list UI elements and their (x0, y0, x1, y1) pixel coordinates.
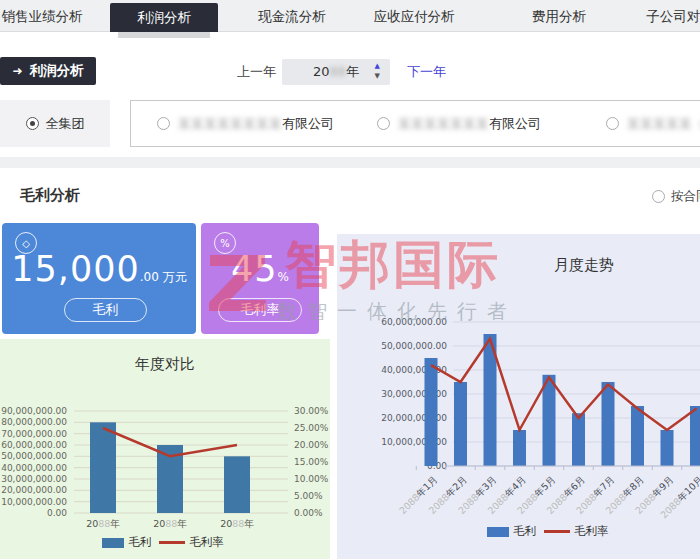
company-option-1[interactable]: 某某某某某某某有限公司 (377, 101, 541, 146)
monthly-bar-5[interactable] (572, 413, 585, 466)
y-left-tick-label: 50,000,000.00 (1, 451, 67, 461)
company-radio-2[interactable] (606, 117, 619, 130)
company-radio-1[interactable] (377, 117, 390, 130)
y-left-tick-label: 90,000,000.00 (1, 406, 67, 416)
nav-tab-0[interactable]: 销售业绩分析 (0, 0, 84, 32)
y-left-tick-label: 60,000,000.00 (381, 317, 447, 327)
monthly-bar-1[interactable] (454, 382, 467, 466)
monthly-bar-7[interactable] (631, 406, 644, 466)
company-filter-box: 某某某某某某某某有限公司某某某某某某某有限公司某某某某某（上海 (130, 100, 700, 147)
legend-label: 毛利 (128, 535, 151, 550)
year-select[interactable]: 2088年 ▲▼ (282, 59, 390, 85)
profit-analysis-dashboard: 销售业绩分析利润分析现金流分析应收应付分析费用分析子公司对比 ➜ 利润分析 上一… (0, 0, 700, 559)
legend-line-swatch (159, 541, 185, 544)
gross-margin-button[interactable]: 毛利率 (218, 298, 302, 322)
group-radio-label: 全集团 (46, 115, 85, 133)
year-value: 2088年 (313, 63, 359, 81)
monthly-bar-4[interactable] (543, 375, 556, 466)
y-right-tick-label: 10.00% (294, 474, 329, 484)
y-right-tick-label: 30.00% (294, 406, 329, 416)
group-filter[interactable]: 全集团 (0, 100, 110, 147)
kpi-card-gross-margin: % 45% 毛利率 (201, 223, 319, 334)
legend-bar-swatch (487, 527, 509, 537)
mode-radio-circle[interactable] (652, 190, 665, 203)
page-title: 毛利分析 (20, 186, 80, 205)
y-right-tick-label: 20.00% (294, 440, 329, 450)
active-tab-shadow (118, 32, 210, 38)
nav-tab-2[interactable]: 现金流分析 (246, 0, 338, 32)
company-option-2[interactable]: 某某某某某（上海 (606, 101, 700, 146)
monthly-bar-0[interactable] (425, 358, 438, 466)
legend-label: 毛利率 (189, 535, 224, 550)
section-badge-label: 利润分析 (30, 62, 84, 80)
nav-tab-4[interactable]: 费用分析 (517, 0, 601, 32)
gross-profit-value: 15,000.00 万元 (2, 249, 196, 289)
y-left-tick-label: 0.00 (47, 508, 67, 518)
gross-profit-button[interactable]: 毛利 (64, 298, 147, 322)
prev-year-link[interactable]: 上一年 (237, 63, 276, 81)
y-right-tick-label: 0.00% (294, 508, 323, 518)
next-year-link[interactable]: 下一年 (407, 63, 446, 81)
company-label: 某某某某某（上海 (627, 115, 700, 133)
monthly-bar-8[interactable] (661, 430, 674, 466)
annual-comparison-panel: 年度对比 90,000,000.0080,000,000.0070,000,00… (0, 339, 330, 559)
y-left-tick-label: 50,000,000.00 (381, 341, 447, 351)
mode-radio-label: 按合同 (671, 188, 700, 205)
top-nav: 销售业绩分析利润分析现金流分析应收应付分析费用分析子公司对比 (0, 0, 700, 32)
annual-bar-2[interactable] (224, 456, 250, 513)
company-label: 某某某某某某某有限公司 (398, 115, 541, 133)
company-option-0[interactable]: 某某某某某某某某有限公司 (157, 101, 334, 146)
company-radio-0[interactable] (157, 117, 170, 130)
section-badge: ➜ 利润分析 (0, 57, 96, 85)
monthly-bar-9[interactable] (690, 406, 700, 466)
year-spinner[interactable]: ▲▼ (375, 61, 380, 81)
y-left-tick-label: 60,000,000.00 (1, 440, 67, 450)
company-name-visible: 有限公司 (489, 116, 541, 131)
y-left-tick-label: 20,000,000.00 (1, 485, 67, 495)
monthly-line-series[interactable] (431, 339, 697, 430)
x-axis-tick-label: 2088年 (220, 518, 254, 529)
annual-chart-canvas[interactable]: 90,000,000.0080,000,000.0070,000,000.006… (0, 339, 330, 559)
nav-tab-1[interactable]: 利润分析 (110, 3, 218, 32)
monthly-bar-6[interactable] (602, 382, 615, 466)
y-left-tick-label: 70,000,000.00 (1, 429, 67, 439)
company-name-visible: 有限公司 (282, 116, 334, 131)
legend-label: 毛利 (513, 524, 536, 539)
y-left-tick-label: 30,000,000.00 (1, 474, 67, 484)
legend-line-swatch (544, 530, 570, 533)
arrow-right-icon: ➜ (12, 64, 22, 78)
spinner-up-icon[interactable]: ▲ (375, 61, 380, 71)
year-masked-digits: 88 (330, 64, 347, 79)
legend-bar-swatch (102, 538, 124, 548)
y-left-tick-label: 40,000,000.00 (1, 463, 67, 473)
y-right-tick-label: 25.00% (294, 423, 329, 433)
monthly-chart-canvas[interactable]: 60,000,000.0050,000,000.0040,000,000.003… (337, 234, 700, 559)
y-right-tick-label: 15.00% (294, 457, 329, 467)
section-divider (0, 157, 700, 168)
kpi-card-gross-profit: ◇ 15,000.00 万元 毛利 (2, 223, 196, 334)
company-label: 某某某某某某某某有限公司 (178, 115, 334, 133)
x-axis-tick-label: 2088年 (86, 518, 120, 529)
spinner-down-icon[interactable]: ▼ (375, 71, 380, 81)
monthly-bar-3[interactable] (513, 430, 526, 466)
group-radio-selected[interactable] (26, 117, 39, 130)
y-left-tick-label: 80,000,000.00 (1, 417, 67, 427)
annual-bar-0[interactable] (90, 422, 116, 513)
company-name-masked: 某某某某某某某某 (178, 116, 282, 131)
monthly-trend-panel: 月度走势 60,000,000.0050,000,000.0040,000,00… (337, 234, 700, 559)
company-name-masked: 某某某某某某某 (398, 116, 489, 131)
monthly-chart-legend: 毛利毛利率 (487, 524, 613, 539)
gross-margin-value: 45% (201, 249, 319, 289)
annual-chart-legend: 毛利毛利率 (0, 535, 330, 550)
x-axis-tick-label: 2088年 (153, 518, 187, 529)
y-right-tick-label: 5.00% (294, 491, 323, 501)
mode-radio-by-contract[interactable]: 按合同 (652, 188, 700, 205)
company-name-masked: 某某某某某（ (627, 116, 700, 131)
legend-label: 毛利率 (574, 524, 609, 539)
nav-tab-5[interactable]: 子公司对比 (640, 0, 700, 32)
nav-tab-3[interactable]: 应收应付分析 (368, 0, 460, 32)
y-left-tick-label: 10,000,000.00 (1, 497, 67, 507)
